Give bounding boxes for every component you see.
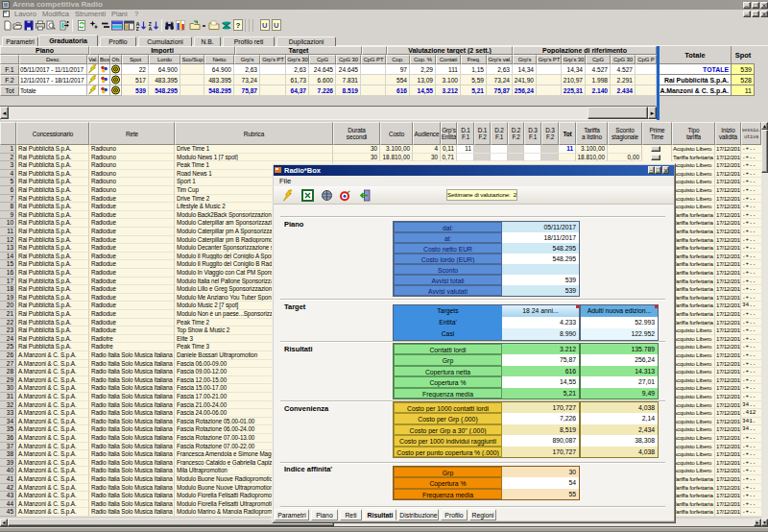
svg-text:U: U <box>274 21 278 30</box>
svg-text:A: A <box>149 26 153 31</box>
svg-text:?: ? <box>235 21 240 30</box>
svg-text:Z: Z <box>136 26 140 31</box>
svg-text:U: U <box>262 21 267 30</box>
